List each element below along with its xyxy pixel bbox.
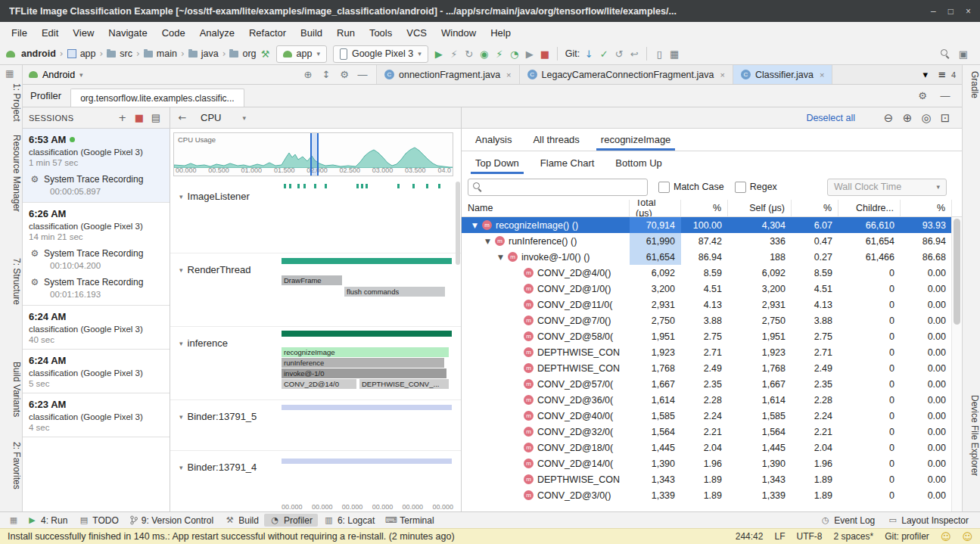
column-header-self-s[interactable]: Self (μs) [728, 200, 792, 216]
collapse-arrow-icon[interactable]: ▾ [179, 193, 183, 201]
menu-file[interactable]: File [5, 25, 34, 41]
minimize-button[interactable]: – [931, 6, 936, 17]
menu-code[interactable]: Code [155, 25, 192, 41]
menu-window[interactable]: Window [434, 25, 483, 41]
breadcrumb-app[interactable]: app [66, 48, 98, 59]
search-input[interactable] [487, 181, 642, 193]
scrollbar-thumb[interactable] [954, 219, 960, 325]
table-row[interactable]: ▼minvoke@-1/0() ()61,65486.941880.2761,4… [462, 249, 952, 265]
run-icon[interactable]: ▶ [431, 46, 446, 61]
status-item-profiler[interactable]: ◔Profiler [264, 514, 318, 527]
vcs-update-icon[interactable]: ↓ [581, 46, 596, 61]
editor-tab-onnectionfragment-java[interactable]: ConnectionFragment.java× [377, 65, 520, 84]
trace-event-recognizeimage[interactable]: recognizeImage [282, 347, 449, 357]
subtab-bottom-up[interactable]: Bottom Up [605, 151, 672, 174]
session-entry[interactable]: 6:53 AMclassification (Google Pixel 3)1 … [23, 129, 170, 203]
thread-row-binder-13791-5[interactable]: ▾Binder:13791_5 [170, 400, 461, 451]
thread-name[interactable]: ▾Binder:13791_4 [179, 462, 257, 473]
session-entry[interactable]: 6:24 AMclassification (Google Pixel 3)5 … [23, 350, 170, 393]
status-item-layout-inspector[interactable]: ▭Layout Inspector [882, 514, 974, 527]
column-header-[interactable]: % [792, 200, 838, 216]
thread-activity-bar[interactable] [282, 258, 452, 264]
menu-build[interactable]: Build [294, 25, 329, 41]
zoom-in-icon[interactable]: ⊕ [900, 110, 915, 126]
profiler-track-select[interactable]: CPU ▾ [194, 110, 252, 125]
table-row[interactable]: mCONV_2D@3/0()1,3391.891,3391.8900.00 [462, 487, 952, 503]
column-header-[interactable]: % [681, 200, 728, 216]
tool-stripe-1-project[interactable]: 1: Project [0, 83, 22, 122]
tab-all-threads[interactable]: All threads [522, 129, 590, 151]
sync-icon[interactable]: ↻ [462, 46, 477, 61]
git-branch-widget[interactable]: Git: profiler [885, 531, 929, 542]
table-scrollbar[interactable] [951, 217, 962, 511]
table-row[interactable]: mCONV_2D@18/0(1,4452.041,4452.0400.00 [462, 440, 952, 455]
status-item-todo[interactable]: ▤TODO [73, 514, 123, 527]
tab-list-icon[interactable]: ≡ [935, 67, 950, 82]
emoji-icon[interactable]: ☺ [962, 531, 972, 542]
apply-changes-icon[interactable]: ⚡ [446, 46, 462, 61]
thread-row-inference[interactable]: ▾inferencerecognizeImagerunInferenceinvo… [170, 327, 461, 400]
thread-name[interactable]: ▾RenderThread [179, 264, 250, 275]
minimize-tool-window-icon[interactable]: ― [938, 89, 953, 104]
trace-event-depthwise-conv[interactable]: DEPTHWISE_CONV_... [359, 379, 449, 389]
table-row[interactable]: mCONV_2D@32/0(1,5642.211,5642.2100.00 [462, 424, 952, 440]
thread-name[interactable]: ▾Binder:13791_5 [179, 411, 257, 422]
layout-inspector-toolbar-icon[interactable]: ▦ [667, 46, 682, 61]
avatar-icon[interactable]: ▣ [956, 46, 971, 61]
vcs-commit-icon[interactable]: ✓ [596, 46, 611, 61]
tab-recognizeimage[interactable]: recognizeImage [590, 129, 682, 151]
trace-event-invoke-1-0[interactable]: invoke@-1/0 [282, 368, 446, 378]
close-tab-icon[interactable]: × [506, 70, 511, 79]
table-row[interactable]: mCONV_2D@14/0(1,3901.961,3901.9600.00 [462, 455, 952, 471]
toolwindow-toggle-icon[interactable]: ▦ [6, 513, 21, 528]
search-icon[interactable] [941, 49, 950, 58]
chevron-down-icon[interactable]: ▾ [918, 67, 933, 82]
vcs-rollback-icon[interactable]: ↩ [627, 46, 642, 61]
cpu-usage-chart[interactable]: CPU Usage 00.00000.50001.00001.50002.000… [173, 132, 453, 176]
thread-row-renderthread[interactable]: ▾RenderThreadDrawFrameflush commands [170, 253, 461, 327]
hide-icon[interactable]: ― [355, 67, 370, 82]
thread-activity-bar[interactable] [282, 459, 452, 464]
session-entry[interactable]: 6:24 AMclassification (Google Pixel 3)40… [23, 306, 170, 350]
trace-event-drawframe[interactable]: DrawFrame [282, 275, 342, 285]
tool-stripe-2-favorites[interactable]: 2: Favorites [0, 442, 22, 490]
subtab-top-down[interactable]: Top Down [465, 151, 530, 174]
status-item-4-run[interactable]: ▶4: Run [21, 514, 73, 527]
expand-arrow-icon[interactable]: ▼ [485, 238, 495, 245]
menu-help[interactable]: Help [484, 25, 518, 41]
status-item-event-log[interactable]: ◷Event Log [814, 514, 880, 527]
collapse-arrow-icon[interactable]: ▾ [179, 340, 183, 347]
table-row[interactable]: mCONV_2D@36/0(1,6142.281,6142.2800.00 [462, 392, 952, 408]
close-tab-icon[interactable]: × [720, 70, 724, 79]
breadcrumb-src[interactable]: src [105, 48, 134, 59]
trace-event-flush-commands[interactable]: flush commands [344, 287, 445, 297]
emoji-icon[interactable]: ☺ [941, 531, 951, 542]
editor-tab-classifier-java[interactable]: CClassifier.java× [733, 65, 833, 84]
trace-recording[interactable]: ⚙System Trace Recording [29, 173, 163, 185]
tool-stripe-build-variants[interactable]: Build Variants [0, 362, 22, 417]
menu-navigate[interactable]: Navigate [101, 25, 154, 41]
column-header-name[interactable]: Name [462, 200, 630, 216]
menu-refactor[interactable]: Refactor [242, 25, 293, 41]
close-button[interactable]: × [966, 6, 971, 17]
settings-icon[interactable]: ⚙ [337, 67, 352, 82]
profile-icon[interactable]: ◔ [507, 46, 522, 61]
session-pane-icon[interactable]: ▤ [148, 110, 163, 126]
search-box[interactable] [468, 179, 648, 196]
table-row[interactable]: mCONV_2D@40/0(1,5852.241,5852.2400.00 [462, 408, 952, 424]
table-row[interactable]: ▼mrecognizeImage() ()70,914100.004,3046.… [462, 217, 952, 233]
session-entry[interactable]: 6:23 AMclassification (Google Pixel 3)4 … [23, 393, 170, 437]
breadcrumb-java[interactable]: java [187, 48, 220, 59]
table-row[interactable]: mCONV_2D@11/0(2,9314.132,9314.1300.00 [462, 297, 952, 312]
file-encoding[interactable]: UTF-8 [796, 531, 822, 542]
thread-row-binder-13791-4[interactable]: ▾Binder:13791_4 [170, 451, 461, 499]
caret-position[interactable]: 244:42 [736, 531, 764, 542]
build-icon[interactable]: ⚒ [258, 46, 273, 61]
table-row[interactable]: mCONV_2D@58/0(1,9512.751,9512.7500.00 [462, 328, 952, 344]
table-row[interactable]: mCONV_2D@57/0(1,6672.351,6672.3500.00 [462, 376, 952, 392]
expand-arrow-icon[interactable]: ▼ [498, 253, 508, 261]
menu-view[interactable]: View [66, 25, 101, 41]
attach-debugger-icon[interactable]: ▶ [522, 46, 537, 61]
status-item-terminal[interactable]: ⌨Terminal [380, 514, 439, 527]
tab-analysis[interactable]: Analysis [465, 129, 522, 151]
